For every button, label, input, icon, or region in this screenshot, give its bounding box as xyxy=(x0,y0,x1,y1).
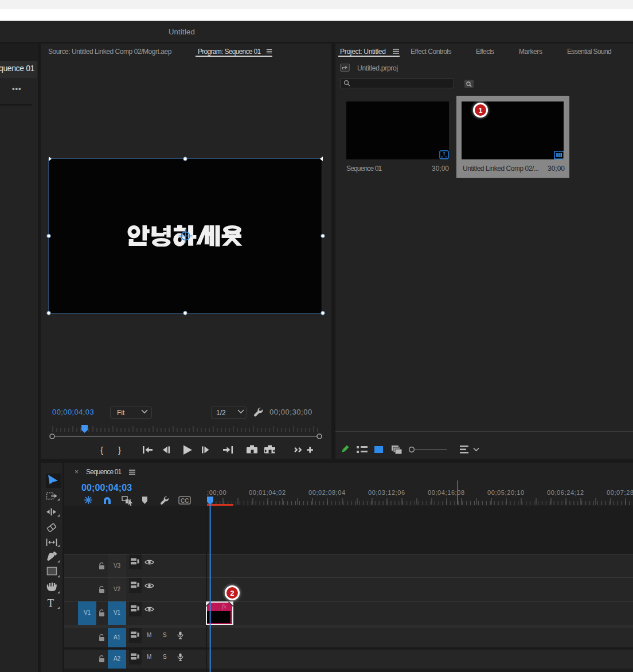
svg-text:{: { xyxy=(100,445,103,455)
svg-text:}: } xyxy=(118,445,121,455)
svg-text:T: T xyxy=(48,597,54,609)
svg-text:CC: CC xyxy=(181,498,189,504)
